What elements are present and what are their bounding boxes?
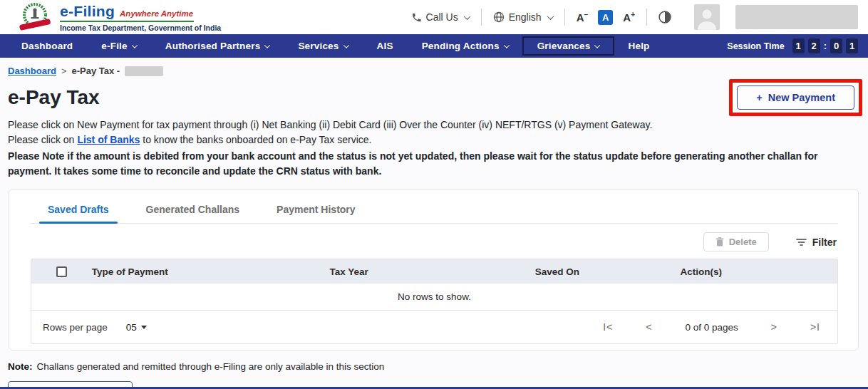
session-digit: 1	[846, 38, 858, 53]
delete-label: Delete	[729, 237, 757, 247]
title-row: e-Pay Tax + New Payment	[8, 79, 862, 116]
table-header-checkbox-cell	[31, 266, 92, 277]
main-navbar: Dashboard e-File Authorised Partners Ser…	[0, 34, 868, 58]
note-label: Note:	[8, 361, 33, 372]
font-increase-button[interactable]: A+	[623, 11, 635, 24]
brand-subtitle: Income Tax Department, Government of Ind…	[60, 24, 221, 32]
username-redacted[interactable]	[735, 5, 858, 29]
font-size-controls: A− A A+	[577, 10, 635, 25]
brand-text: e-Filing Anywhere Anytime Income Tax Dep…	[60, 3, 221, 32]
column-header-tax-year: Tax Year	[329, 266, 534, 277]
font-default-button[interactable]: A	[598, 10, 613, 25]
session-digit: 0	[830, 38, 842, 53]
description-line-1: Please click on New Payment for tax paym…	[8, 118, 854, 133]
chevron-down-icon	[132, 42, 138, 48]
user-avatar[interactable]	[694, 4, 720, 30]
rows-per-page-group: Rows per page 05	[43, 322, 147, 333]
nav-item-dashboard[interactable]: Dashboard	[7, 37, 87, 55]
globe-icon	[493, 11, 505, 23]
breadcrumb-current: e-Pay Tax -	[72, 66, 120, 76]
tab-saved-drafts[interactable]: Saved Drafts	[46, 201, 110, 223]
brand-name: e-Filing	[60, 3, 115, 20]
nav-item-grievances[interactable]: Grievances	[523, 37, 614, 55]
breadcrumb-dashboard-link[interactable]: Dashboard	[8, 66, 56, 76]
page-title: e-Pay Tax	[8, 86, 100, 109]
tab-generated-challans[interactable]: Generated Challans	[145, 201, 242, 223]
language-label: English	[509, 11, 542, 23]
plus-icon: +	[756, 92, 762, 103]
chevron-down-icon	[594, 42, 600, 48]
tab-payment-history[interactable]: Payment History	[275, 201, 356, 223]
last-page-button[interactable]: >I	[810, 321, 820, 333]
next-page-button[interactable]: >	[771, 321, 777, 333]
income-tax-emblem-logo	[19, 1, 51, 33]
session-colon: :	[824, 41, 827, 51]
nav-item-e-file[interactable]: e-File	[87, 37, 150, 55]
call-us-label: Call Us	[426, 11, 458, 23]
nav-item-help[interactable]: Help	[614, 37, 663, 55]
description-line-2: Please click onList of Banksto know the …	[8, 133, 854, 147]
select-all-checkbox[interactable]	[56, 266, 67, 277]
page-status: 0 of 0 pages	[685, 322, 738, 333]
call-us-menu[interactable]: Call Us	[411, 11, 470, 23]
pagination-row: Rows per page 05 I< < 0 of 0 pages > >I	[31, 311, 837, 343]
header-controls: Call Us English A− A A+	[411, 4, 858, 30]
pager-controls: I< < 0 of 0 pages > >I	[603, 321, 820, 333]
brand-tagline: Anywhere Anytime	[120, 9, 193, 18]
header-divider	[481, 9, 482, 26]
payments-panel: Saved Drafts Generated Challans Payment …	[9, 189, 859, 351]
nav-item-pending-actions[interactable]: Pending Actions	[408, 37, 523, 55]
rows-per-page-label: Rows per page	[43, 322, 108, 333]
dropdown-arrow-icon	[141, 326, 147, 329]
delete-button[interactable]: Delete	[703, 232, 769, 251]
filter-icon	[796, 238, 807, 247]
filter-button[interactable]: Filter	[796, 237, 837, 248]
phone-icon	[411, 12, 422, 23]
session-digit: 2	[808, 38, 820, 53]
tab-bar: Saved Drafts Generated Challans Payment …	[31, 201, 838, 224]
chevron-down-icon	[264, 42, 270, 48]
blue-notice-text: Please Note if the amount is debited fro…	[8, 149, 854, 179]
chevron-down-icon	[463, 13, 470, 20]
language-menu[interactable]: English	[493, 11, 553, 23]
breadcrumb-separator: >	[61, 66, 67, 76]
list-of-banks-link[interactable]: List of Banks	[77, 134, 140, 145]
brand-underline	[60, 21, 194, 22]
page-description: Please click on New Payment for tax paym…	[0, 116, 868, 179]
table-actions-row: Delete Filter	[31, 232, 837, 251]
session-timer: Session Time 1 2 : 0 1	[727, 38, 858, 53]
font-decrease-button[interactable]: A−	[577, 11, 589, 24]
first-page-button[interactable]: I<	[603, 321, 613, 333]
empty-table-message: No rows to show.	[31, 284, 837, 311]
nav-item-services[interactable]: Services	[284, 37, 362, 55]
note-text: Challans generated and remitted through …	[37, 361, 385, 372]
top-header: e-Filing Anywhere Anytime Income Tax Dep…	[0, 0, 868, 34]
column-header-actions: Action(s)	[680, 266, 837, 277]
chevron-down-icon	[343, 42, 348, 48]
rows-per-page-dropdown[interactable]: 05	[126, 322, 147, 333]
session-time-label: Session Time	[727, 41, 784, 51]
previous-page-button[interactable]: <	[646, 321, 652, 333]
chevron-down-icon	[547, 13, 554, 20]
new-payment-button[interactable]: + New Payment	[737, 85, 854, 110]
chevron-down-icon	[503, 42, 509, 48]
trash-icon	[715, 237, 724, 247]
nav-item-ais[interactable]: AIS	[363, 37, 408, 55]
new-payment-label: New Payment	[768, 92, 835, 103]
contrast-toggle[interactable]	[658, 11, 671, 24]
column-header-saved-on: Saved On	[535, 266, 681, 277]
footer-note: Note:Challans generated and remitted thr…	[8, 361, 868, 372]
filter-label: Filter	[812, 237, 837, 248]
breadcrumb-redacted-value	[125, 66, 163, 76]
header-divider	[564, 9, 565, 26]
nav-item-authorised-partners[interactable]: Authorised Partners	[151, 37, 284, 55]
breadcrumb: Dashboard > e-Pay Tax -	[0, 58, 868, 76]
brand-logo-group: e-Filing Anywhere Anytime Income Tax Dep…	[19, 1, 221, 33]
annotation-highlight-box: + New Payment	[729, 79, 862, 116]
session-digit: 1	[792, 38, 805, 53]
header-divider	[646, 9, 647, 26]
table-header-row: Type of Payment Tax Year Saved On Action…	[31, 259, 837, 284]
column-header-type-of-payment: Type of Payment	[92, 266, 330, 277]
saved-drafts-table: Type of Payment Tax Year Saved On Action…	[31, 259, 838, 344]
